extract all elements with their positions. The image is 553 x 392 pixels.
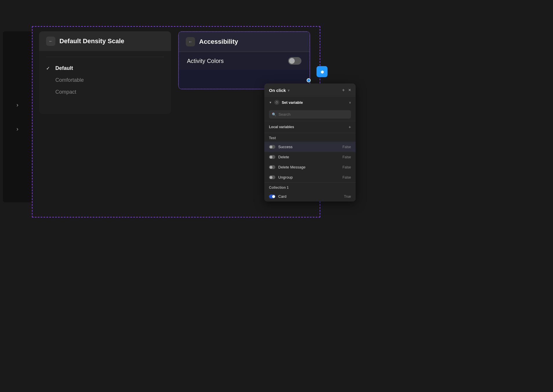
delete-message-toggle-icon bbox=[269, 165, 275, 169]
delete-message-var-value: False bbox=[343, 165, 351, 169]
toggle-knob bbox=[289, 58, 295, 64]
density-check-icon: ✓ bbox=[46, 66, 52, 71]
ungroup-var-value: False bbox=[343, 175, 351, 179]
density-option-comfortable[interactable]: ✓ Comfortable bbox=[39, 74, 171, 86]
density-option-compact-label: Compact bbox=[55, 89, 76, 95]
local-variables-label: Local variables bbox=[269, 125, 294, 129]
var-left-delete-message: Delete Message bbox=[269, 165, 305, 169]
activity-colors-row: Activity Colors bbox=[179, 52, 310, 70]
ungroup-var-name: Ungroup bbox=[278, 175, 293, 179]
set-variable-label: Set variable bbox=[282, 100, 347, 105]
search-box: 🔍 bbox=[269, 110, 351, 119]
onclick-panel: On click ∨ + × ▼ ⏱ Set variable ∨ 🔍 Loca… bbox=[264, 84, 356, 202]
onclick-header-right: + × bbox=[342, 88, 351, 93]
variable-row-success[interactable]: Success False bbox=[264, 142, 356, 152]
density-card-header: ← Default Density Scale bbox=[39, 31, 171, 51]
density-option-default[interactable]: ✓ Default bbox=[39, 62, 171, 74]
timer-icon: ⏱ bbox=[274, 100, 279, 105]
delete-message-toggle-knob bbox=[270, 166, 272, 169]
set-variable-row: ▼ ⏱ Set variable ∨ bbox=[264, 97, 356, 108]
collapse-arrow-icon[interactable]: ▼ bbox=[269, 101, 272, 104]
onclick-title: On click bbox=[269, 88, 286, 93]
variable-row-delete-message[interactable]: Delete Message False bbox=[264, 162, 356, 172]
density-back-button[interactable]: ← bbox=[46, 37, 55, 46]
variable-row-delete[interactable]: Delete False bbox=[264, 152, 356, 162]
delete-message-var-name: Delete Message bbox=[278, 165, 305, 169]
delete-toggle-icon bbox=[269, 155, 275, 159]
accessibility-back-button[interactable]: ← bbox=[186, 37, 195, 46]
var-left-card: Card bbox=[269, 194, 286, 199]
onclick-header: On click ∨ + × bbox=[264, 84, 356, 97]
density-option-compact[interactable]: ✓ Compact bbox=[39, 86, 171, 98]
card-var-name: Card bbox=[278, 194, 286, 199]
search-input[interactable] bbox=[279, 112, 348, 117]
accessibility-card-header: ← Accessibility bbox=[179, 32, 310, 52]
onclick-chevron-icon: ∨ bbox=[288, 88, 290, 92]
activity-colors-label: Activity Colors bbox=[187, 58, 224, 64]
delete-var-value: False bbox=[343, 155, 351, 159]
success-toggle-knob bbox=[270, 146, 272, 148]
delete-var-name: Delete bbox=[278, 155, 289, 159]
chevron-right-icon-1[interactable]: › bbox=[17, 101, 19, 108]
left-panel: › › bbox=[3, 31, 32, 202]
var-left-success: Success bbox=[269, 145, 292, 149]
search-icon: 🔍 bbox=[272, 112, 276, 117]
density-card: ← Default Density Scale ✓ Default ✓ Comf… bbox=[39, 31, 171, 114]
onclick-add-button[interactable]: + bbox=[342, 88, 345, 93]
density-option-comfortable-label: Comfortable bbox=[55, 77, 84, 83]
onclick-header-left[interactable]: On click ∨ bbox=[269, 88, 290, 93]
add-local-variable-button[interactable]: + bbox=[349, 125, 351, 129]
density-divider bbox=[46, 57, 164, 57]
activity-colors-toggle[interactable] bbox=[288, 57, 301, 65]
delete-toggle-knob bbox=[270, 156, 272, 159]
success-var-value: False bbox=[343, 145, 351, 149]
variable-row-ungroup[interactable]: Ungroup False bbox=[264, 172, 356, 182]
success-toggle-icon bbox=[269, 145, 275, 149]
search-container: 🔍 bbox=[264, 108, 356, 121]
collection-section-label: Collection 1 bbox=[264, 183, 356, 191]
card-toggle-icon bbox=[269, 195, 275, 198]
var-left-ungroup: Ungroup bbox=[269, 175, 293, 179]
variable-row-card[interactable]: Card True bbox=[264, 191, 356, 202]
ungroup-toggle-knob bbox=[270, 176, 272, 179]
accessibility-inner: ← Accessibility Activity Colors bbox=[179, 32, 310, 89]
local-variables-row: Local variables + bbox=[264, 121, 356, 133]
accessibility-card-title: Accessibility bbox=[199, 38, 238, 46]
test-section-label: Test bbox=[264, 133, 356, 142]
gear-icon bbox=[320, 69, 324, 74]
density-card-title: Default Density Scale bbox=[59, 37, 124, 45]
ungroup-toggle-icon bbox=[269, 175, 275, 179]
card-var-value: True bbox=[344, 195, 351, 199]
success-var-name: Success bbox=[278, 145, 292, 149]
gear-button[interactable] bbox=[316, 66, 328, 77]
onclick-close-button[interactable]: × bbox=[348, 88, 351, 93]
density-option-default-label: Default bbox=[55, 65, 73, 71]
set-variable-chevron-icon[interactable]: ∨ bbox=[349, 101, 351, 104]
chevron-right-icon-2[interactable]: › bbox=[17, 126, 19, 132]
var-left-delete: Delete bbox=[269, 155, 289, 159]
card-toggle-knob bbox=[272, 195, 275, 198]
accessibility-card: ← Accessibility Activity Colors bbox=[178, 31, 310, 89]
connector-dot bbox=[307, 78, 311, 82]
